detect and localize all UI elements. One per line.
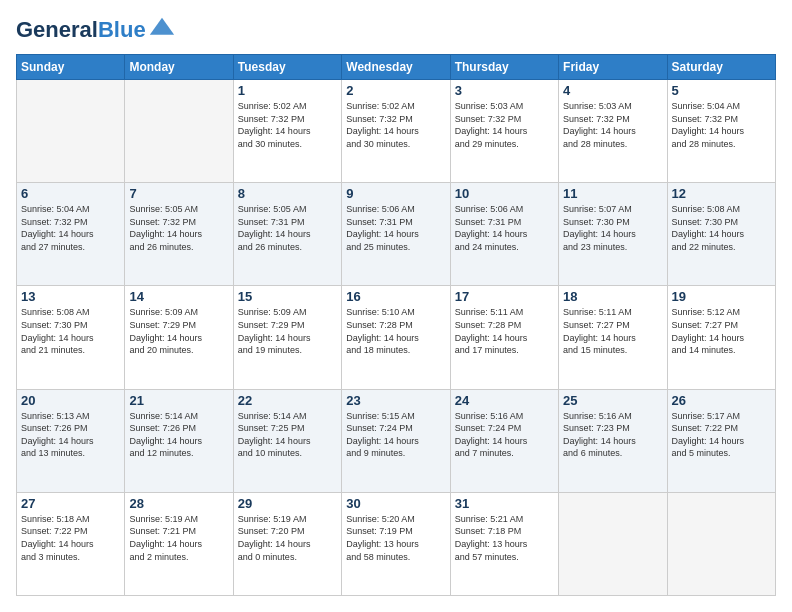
day-number: 25: [563, 393, 662, 408]
page: GeneralBlue SundayMondayTuesdayWednesday…: [0, 0, 792, 612]
logo-icon: [148, 16, 176, 44]
day-number: 28: [129, 496, 228, 511]
weekday-header: Monday: [125, 55, 233, 80]
day-number: 9: [346, 186, 445, 201]
day-number: 15: [238, 289, 337, 304]
day-info: Sunrise: 5:11 AM Sunset: 7:27 PM Dayligh…: [563, 306, 662, 356]
day-number: 21: [129, 393, 228, 408]
calendar-day-cell: 31Sunrise: 5:21 AM Sunset: 7:18 PM Dayli…: [450, 492, 558, 595]
calendar-day-cell: 14Sunrise: 5:09 AM Sunset: 7:29 PM Dayli…: [125, 286, 233, 389]
weekday-header: Friday: [559, 55, 667, 80]
day-info: Sunrise: 5:04 AM Sunset: 7:32 PM Dayligh…: [21, 203, 120, 253]
header: GeneralBlue: [16, 16, 776, 44]
calendar-day-cell: 20Sunrise: 5:13 AM Sunset: 7:26 PM Dayli…: [17, 389, 125, 492]
calendar-day-cell: 6Sunrise: 5:04 AM Sunset: 7:32 PM Daylig…: [17, 183, 125, 286]
day-number: 23: [346, 393, 445, 408]
day-number: 8: [238, 186, 337, 201]
day-number: 6: [21, 186, 120, 201]
calendar-day-cell: 17Sunrise: 5:11 AM Sunset: 7:28 PM Dayli…: [450, 286, 558, 389]
weekday-header: Tuesday: [233, 55, 341, 80]
calendar-day-cell: 25Sunrise: 5:16 AM Sunset: 7:23 PM Dayli…: [559, 389, 667, 492]
calendar-day-cell: [559, 492, 667, 595]
calendar-day-cell: 30Sunrise: 5:20 AM Sunset: 7:19 PM Dayli…: [342, 492, 450, 595]
calendar-day-cell: 8Sunrise: 5:05 AM Sunset: 7:31 PM Daylig…: [233, 183, 341, 286]
day-number: 13: [21, 289, 120, 304]
calendar-day-cell: 15Sunrise: 5:09 AM Sunset: 7:29 PM Dayli…: [233, 286, 341, 389]
day-info: Sunrise: 5:15 AM Sunset: 7:24 PM Dayligh…: [346, 410, 445, 460]
day-info: Sunrise: 5:05 AM Sunset: 7:31 PM Dayligh…: [238, 203, 337, 253]
calendar-day-cell: 9Sunrise: 5:06 AM Sunset: 7:31 PM Daylig…: [342, 183, 450, 286]
day-info: Sunrise: 5:21 AM Sunset: 7:18 PM Dayligh…: [455, 513, 554, 563]
calendar-day-cell: 29Sunrise: 5:19 AM Sunset: 7:20 PM Dayli…: [233, 492, 341, 595]
calendar-day-cell: 21Sunrise: 5:14 AM Sunset: 7:26 PM Dayli…: [125, 389, 233, 492]
day-info: Sunrise: 5:09 AM Sunset: 7:29 PM Dayligh…: [238, 306, 337, 356]
day-number: 18: [563, 289, 662, 304]
weekday-header: Sunday: [17, 55, 125, 80]
day-info: Sunrise: 5:19 AM Sunset: 7:20 PM Dayligh…: [238, 513, 337, 563]
day-info: Sunrise: 5:18 AM Sunset: 7:22 PM Dayligh…: [21, 513, 120, 563]
calendar-week-row: 6Sunrise: 5:04 AM Sunset: 7:32 PM Daylig…: [17, 183, 776, 286]
day-info: Sunrise: 5:19 AM Sunset: 7:21 PM Dayligh…: [129, 513, 228, 563]
calendar-day-cell: 24Sunrise: 5:16 AM Sunset: 7:24 PM Dayli…: [450, 389, 558, 492]
day-info: Sunrise: 5:14 AM Sunset: 7:26 PM Dayligh…: [129, 410, 228, 460]
day-number: 5: [672, 83, 771, 98]
day-info: Sunrise: 5:03 AM Sunset: 7:32 PM Dayligh…: [455, 100, 554, 150]
day-number: 24: [455, 393, 554, 408]
day-info: Sunrise: 5:06 AM Sunset: 7:31 PM Dayligh…: [346, 203, 445, 253]
calendar-day-cell: [17, 80, 125, 183]
day-number: 11: [563, 186, 662, 201]
day-info: Sunrise: 5:03 AM Sunset: 7:32 PM Dayligh…: [563, 100, 662, 150]
day-number: 12: [672, 186, 771, 201]
calendar-header-row: SundayMondayTuesdayWednesdayThursdayFrid…: [17, 55, 776, 80]
day-info: Sunrise: 5:14 AM Sunset: 7:25 PM Dayligh…: [238, 410, 337, 460]
day-info: Sunrise: 5:08 AM Sunset: 7:30 PM Dayligh…: [21, 306, 120, 356]
calendar-body: 1Sunrise: 5:02 AM Sunset: 7:32 PM Daylig…: [17, 80, 776, 596]
weekday-header: Thursday: [450, 55, 558, 80]
day-info: Sunrise: 5:04 AM Sunset: 7:32 PM Dayligh…: [672, 100, 771, 150]
day-number: 2: [346, 83, 445, 98]
day-info: Sunrise: 5:20 AM Sunset: 7:19 PM Dayligh…: [346, 513, 445, 563]
day-info: Sunrise: 5:06 AM Sunset: 7:31 PM Dayligh…: [455, 203, 554, 253]
calendar-day-cell: [667, 492, 775, 595]
calendar-day-cell: 4Sunrise: 5:03 AM Sunset: 7:32 PM Daylig…: [559, 80, 667, 183]
calendar-day-cell: 1Sunrise: 5:02 AM Sunset: 7:32 PM Daylig…: [233, 80, 341, 183]
svg-marker-0: [149, 18, 173, 35]
calendar-day-cell: 2Sunrise: 5:02 AM Sunset: 7:32 PM Daylig…: [342, 80, 450, 183]
day-number: 17: [455, 289, 554, 304]
calendar-day-cell: 10Sunrise: 5:06 AM Sunset: 7:31 PM Dayli…: [450, 183, 558, 286]
day-info: Sunrise: 5:16 AM Sunset: 7:24 PM Dayligh…: [455, 410, 554, 460]
day-number: 31: [455, 496, 554, 511]
day-number: 14: [129, 289, 228, 304]
calendar-day-cell: 13Sunrise: 5:08 AM Sunset: 7:30 PM Dayli…: [17, 286, 125, 389]
calendar-day-cell: 18Sunrise: 5:11 AM Sunset: 7:27 PM Dayli…: [559, 286, 667, 389]
day-info: Sunrise: 5:02 AM Sunset: 7:32 PM Dayligh…: [238, 100, 337, 150]
day-info: Sunrise: 5:05 AM Sunset: 7:32 PM Dayligh…: [129, 203, 228, 253]
day-info: Sunrise: 5:09 AM Sunset: 7:29 PM Dayligh…: [129, 306, 228, 356]
day-number: 27: [21, 496, 120, 511]
logo-text: GeneralBlue: [16, 18, 146, 42]
day-info: Sunrise: 5:16 AM Sunset: 7:23 PM Dayligh…: [563, 410, 662, 460]
day-number: 1: [238, 83, 337, 98]
calendar-day-cell: 11Sunrise: 5:07 AM Sunset: 7:30 PM Dayli…: [559, 183, 667, 286]
day-info: Sunrise: 5:17 AM Sunset: 7:22 PM Dayligh…: [672, 410, 771, 460]
calendar-week-row: 27Sunrise: 5:18 AM Sunset: 7:22 PM Dayli…: [17, 492, 776, 595]
calendar-day-cell: 22Sunrise: 5:14 AM Sunset: 7:25 PM Dayli…: [233, 389, 341, 492]
calendar-day-cell: 28Sunrise: 5:19 AM Sunset: 7:21 PM Dayli…: [125, 492, 233, 595]
day-number: 7: [129, 186, 228, 201]
day-number: 22: [238, 393, 337, 408]
calendar-day-cell: 12Sunrise: 5:08 AM Sunset: 7:30 PM Dayli…: [667, 183, 775, 286]
calendar-day-cell: 5Sunrise: 5:04 AM Sunset: 7:32 PM Daylig…: [667, 80, 775, 183]
calendar-day-cell: 7Sunrise: 5:05 AM Sunset: 7:32 PM Daylig…: [125, 183, 233, 286]
day-number: 4: [563, 83, 662, 98]
calendar-week-row: 13Sunrise: 5:08 AM Sunset: 7:30 PM Dayli…: [17, 286, 776, 389]
calendar-day-cell: 19Sunrise: 5:12 AM Sunset: 7:27 PM Dayli…: [667, 286, 775, 389]
day-info: Sunrise: 5:13 AM Sunset: 7:26 PM Dayligh…: [21, 410, 120, 460]
logo: GeneralBlue: [16, 16, 176, 44]
calendar-day-cell: 23Sunrise: 5:15 AM Sunset: 7:24 PM Dayli…: [342, 389, 450, 492]
calendar: SundayMondayTuesdayWednesdayThursdayFrid…: [16, 54, 776, 596]
day-info: Sunrise: 5:11 AM Sunset: 7:28 PM Dayligh…: [455, 306, 554, 356]
day-info: Sunrise: 5:02 AM Sunset: 7:32 PM Dayligh…: [346, 100, 445, 150]
calendar-day-cell: 27Sunrise: 5:18 AM Sunset: 7:22 PM Dayli…: [17, 492, 125, 595]
day-info: Sunrise: 5:08 AM Sunset: 7:30 PM Dayligh…: [672, 203, 771, 253]
weekday-header: Wednesday: [342, 55, 450, 80]
